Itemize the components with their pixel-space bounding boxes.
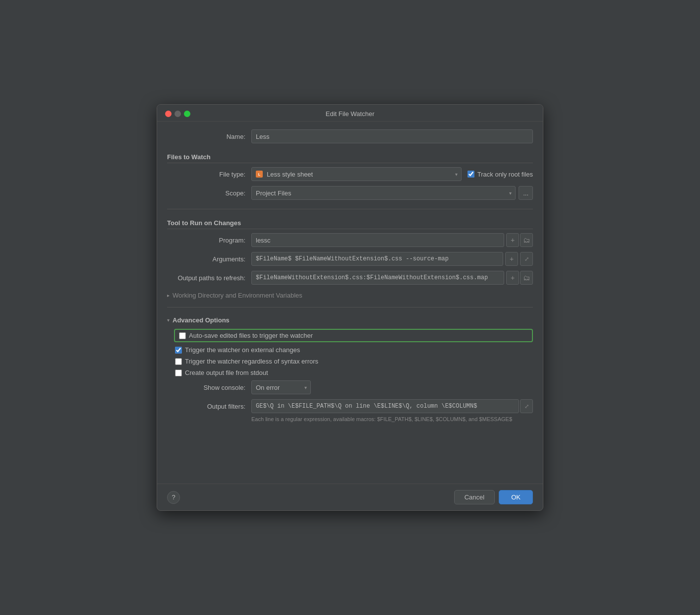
cancel-button[interactable]: Cancel xyxy=(454,490,495,504)
scope-select-wrapper: Project Files ▾ xyxy=(251,186,516,200)
maximize-button[interactable] xyxy=(184,111,190,117)
create-output-row: Create output file from stdout xyxy=(175,369,533,376)
create-output-label[interactable]: Create output file from stdout xyxy=(175,369,268,376)
autosave-label[interactable]: Auto-save edited files to trigger the wa… xyxy=(179,332,313,339)
name-input[interactable] xyxy=(251,129,533,143)
arguments-row: Arguments: + ⤢ xyxy=(167,252,533,266)
file-type-row: File type: L Less style sheet ▾ Track on… xyxy=(167,167,533,181)
program-input[interactable] xyxy=(251,233,504,247)
trigger-syntax-checkbox[interactable] xyxy=(175,358,182,365)
folder-icon: 🗂 xyxy=(523,236,530,244)
output-filters-input[interactable] xyxy=(251,399,519,413)
trigger-syntax-label[interactable]: Trigger the watcher regardless of syntax… xyxy=(175,358,318,365)
program-add-button[interactable]: + xyxy=(506,233,519,247)
show-console-select[interactable]: On error xyxy=(251,380,311,394)
program-field-group: + 🗂 xyxy=(251,233,533,247)
name-row: Name: xyxy=(167,129,533,143)
file-type-label: File type: xyxy=(167,171,251,178)
scope-ellipsis-button[interactable]: ... xyxy=(519,186,533,200)
titlebar: Edit File Watcher xyxy=(157,105,543,122)
dialog-footer: ? Cancel OK xyxy=(157,484,543,510)
scope-select[interactable]: Project Files xyxy=(251,186,516,200)
show-console-select-wrapper: On error ▾ xyxy=(251,380,311,394)
output-filters-hint: Each line is a regular expression, avail… xyxy=(251,416,533,422)
output-paths-row: Output paths to refresh: + 🗂 xyxy=(167,271,533,285)
edit-file-watcher-dialog: Edit File Watcher Name: Files to Watch F… xyxy=(157,104,543,511)
output-paths-buttons: + 🗂 xyxy=(506,271,533,285)
footer-buttons: Cancel OK xyxy=(454,490,533,504)
working-dir-arrow-icon: ▸ xyxy=(167,293,170,298)
show-console-row: Show console: On error ▾ xyxy=(167,380,533,394)
file-type-select[interactable]: Less style sheet xyxy=(251,167,462,181)
arguments-field-group: + ⤢ xyxy=(251,252,533,266)
tool-section-header: Tool to Run on Changes xyxy=(167,219,533,229)
scope-label: Scope: xyxy=(167,189,251,197)
create-output-text: Create output file from stdout xyxy=(185,369,268,376)
dialog-content: Name: Files to Watch File type: L Less s… xyxy=(157,122,543,484)
output-filters-expand-button[interactable]: ⤢ xyxy=(520,399,533,413)
divider-2 xyxy=(167,307,533,308)
arguments-add-button[interactable]: + xyxy=(505,252,518,266)
trigger-external-checkbox[interactable] xyxy=(175,347,182,354)
output-paths-add-button[interactable]: + xyxy=(506,271,519,285)
advanced-title: Advanced Options xyxy=(173,316,230,324)
advanced-arrow-icon: ▾ xyxy=(167,317,170,323)
output-paths-folder-button[interactable]: 🗂 xyxy=(520,271,533,285)
track-root-text: Track only root files xyxy=(477,171,533,178)
track-root-row: Track only root files xyxy=(467,171,533,178)
output-paths-label: Output paths to refresh: xyxy=(167,274,251,282)
advanced-section: ▾ Advanced Options Auto-save edited file… xyxy=(167,316,533,427)
output-filters-field-group: ⤢ xyxy=(251,399,533,413)
program-buttons: + 🗂 xyxy=(506,233,533,247)
expand-icon: ⤢ xyxy=(525,256,529,262)
program-folder-button[interactable]: 🗂 xyxy=(520,233,533,247)
arguments-buttons: + ⤢ xyxy=(505,252,533,266)
arguments-expand-button[interactable]: ⤢ xyxy=(520,252,533,266)
program-row: Program: + 🗂 xyxy=(167,233,533,247)
autosave-checkbox[interactable] xyxy=(179,332,186,339)
program-label: Program: xyxy=(167,237,251,244)
trigger-external-text: Trigger the watcher on external changes xyxy=(185,346,300,354)
ok-button[interactable]: OK xyxy=(499,490,533,504)
trigger-external-label[interactable]: Trigger the watcher on external changes xyxy=(175,346,300,354)
output-expand-icon: ⤢ xyxy=(525,403,529,410)
close-button[interactable] xyxy=(165,111,172,117)
help-button[interactable]: ? xyxy=(167,491,180,504)
autosave-row: Auto-save edited files to trigger the wa… xyxy=(174,329,533,342)
track-root-checkbox[interactable] xyxy=(467,171,474,178)
minimize-button[interactable] xyxy=(175,111,181,117)
trigger-external-row: Trigger the watcher on external changes xyxy=(175,346,533,354)
name-label: Name: xyxy=(167,133,251,140)
autosave-text: Auto-save edited files to trigger the wa… xyxy=(189,332,313,339)
output-paths-field-group: + 🗂 xyxy=(251,271,533,285)
files-to-watch-header: Files to Watch xyxy=(167,153,533,163)
arguments-label: Arguments: xyxy=(167,255,251,263)
dialog-title: Edit File Watcher xyxy=(326,110,375,118)
divider-1 xyxy=(167,209,533,209)
file-type-select-wrapper: L Less style sheet ▾ xyxy=(251,167,462,181)
output-filters-label: Output filters: xyxy=(167,403,251,410)
arguments-input[interactable] xyxy=(251,252,503,266)
traffic-lights xyxy=(165,111,190,117)
output-folder-icon: 🗂 xyxy=(523,274,530,282)
show-console-label: Show console: xyxy=(167,384,251,391)
output-filters-row: Output filters: ⤢ xyxy=(167,399,533,413)
working-dir-label: Working Directory and Environment Variab… xyxy=(173,292,302,299)
trigger-syntax-row: Trigger the watcher regardless of syntax… xyxy=(175,358,533,365)
create-output-checkbox[interactable] xyxy=(175,369,182,376)
scope-row: Scope: Project Files ▾ ... xyxy=(167,186,533,200)
output-paths-input[interactable] xyxy=(251,271,504,285)
track-root-label[interactable]: Track only root files xyxy=(467,171,533,178)
advanced-header[interactable]: ▾ Advanced Options xyxy=(167,316,533,324)
working-dir-row[interactable]: ▸ Working Directory and Environment Vari… xyxy=(167,292,533,299)
trigger-syntax-text: Trigger the watcher regardless of syntax… xyxy=(185,358,318,365)
